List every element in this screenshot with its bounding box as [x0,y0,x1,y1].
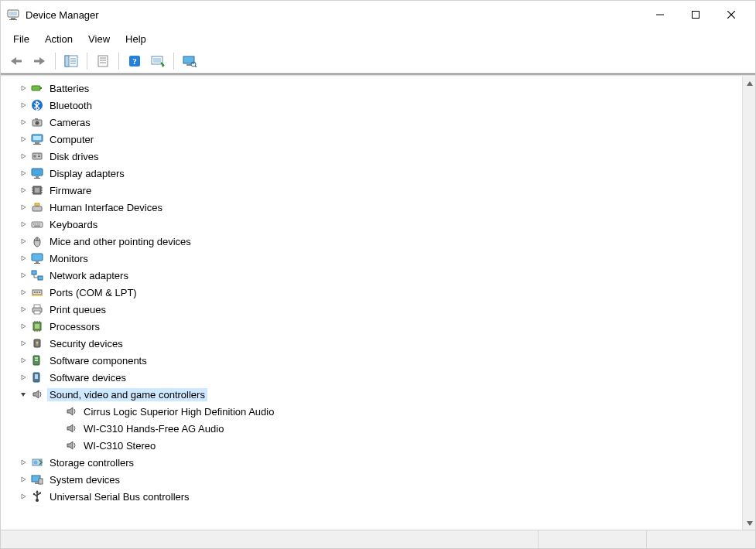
tree-node-processors[interactable]: Processors [1,318,742,335]
tree-area: BatteriesBluetoothCamerasComputerDisk dr… [1,77,755,530]
tree-node-cirrus[interactable]: Cirrus Logic Superior High Definition Au… [1,403,742,420]
tree-node-monitors[interactable]: Monitors [1,250,742,267]
tree-node-system[interactable]: System devices [1,471,742,488]
tree-node-storage[interactable]: Storage controllers [1,454,742,471]
svg-marker-42 [22,154,26,159]
expander-icon[interactable] [18,474,29,485]
properties-button[interactable] [92,52,114,70]
tree-node-mice[interactable]: Mice and other pointing devices [1,233,742,250]
bluetooth-icon [30,98,44,112]
devices-view-button[interactable] [179,52,200,70]
svg-rect-76 [32,254,43,261]
expander-icon[interactable] [18,389,29,400]
svg-rect-80 [32,271,36,274]
tree-node-batteries[interactable]: Batteries [1,80,742,97]
menu-file[interactable]: File [5,29,37,49]
expander-icon[interactable] [18,83,29,94]
expander-icon[interactable] [18,304,29,315]
help-button[interactable]: ? [124,52,145,70]
titlebar: Device Manager [1,1,755,29]
tree-node-label: WI-C310 Stereo [81,439,158,452]
expander-icon[interactable] [18,270,29,281]
expander-icon[interactable] [18,355,29,366]
svg-rect-81 [38,276,43,280]
close-button[interactable] [713,3,749,26]
expander-icon[interactable] [18,117,29,128]
tree-node-computer[interactable]: Computer [1,131,742,148]
tree-node-softdev[interactable]: Software devices [1,369,742,386]
expander-icon[interactable] [18,321,29,332]
tree-node-firmware[interactable]: Firmware [1,182,742,199]
display-icon [30,166,44,180]
tree-node-wic310hf[interactable]: WI-C310 Hands-Free AG Audio [1,420,742,437]
expander-icon[interactable] [18,100,29,111]
minimize-button[interactable] [642,3,678,26]
chip-icon [30,183,44,197]
svg-rect-8 [16,60,22,62]
expander-icon[interactable] [18,491,29,502]
svg-marker-88 [22,307,26,312]
tree-node-hid[interactable]: Human Interface Devices [1,199,742,216]
window-title: Device Manager [26,9,99,21]
expander-icon[interactable] [18,457,29,468]
expander-icon[interactable] [18,185,29,196]
svg-rect-67 [36,223,37,225]
expander-icon[interactable] [18,134,29,145]
expander-icon[interactable] [18,151,29,162]
device-tree[interactable]: BatteriesBluetoothCamerasComputerDisk dr… [1,77,742,530]
tree-node-cameras[interactable]: Cameras [1,114,742,131]
window-controls [642,3,749,26]
scroll-down-button[interactable] [743,517,755,530]
menu-help[interactable]: Help [118,29,154,49]
expander-icon[interactable] [18,236,29,247]
menu-action[interactable]: Action [37,29,80,49]
tree-node-softcomp[interactable]: Software components [1,352,742,369]
svg-rect-77 [36,261,39,263]
show-hide-tree-button[interactable] [60,52,82,70]
cpu-icon [30,319,44,333]
maximize-button[interactable] [678,3,713,26]
port-icon [30,285,44,299]
scroll-up-button[interactable] [743,77,755,90]
software-comp-icon [30,353,44,367]
expander-icon[interactable] [18,287,29,298]
scrollbar[interactable] [742,77,755,530]
expander-icon[interactable] [18,168,29,179]
svg-rect-5 [693,12,700,19]
svg-marker-47 [22,171,26,176]
menu-view[interactable]: View [80,29,118,49]
svg-rect-9 [34,60,39,62]
tree-node-bluetooth[interactable]: Bluetooth [1,97,742,114]
tree-node-usb[interactable]: Universal Serial Bus controllers [1,488,742,505]
tree-node-wic310st[interactable]: WI-C310 Stereo [1,437,742,454]
expander-icon[interactable] [18,253,29,264]
forward-button[interactable] [29,52,50,70]
expander-icon[interactable] [18,219,29,230]
back-button[interactable] [5,52,27,70]
svg-rect-94 [35,324,39,329]
svg-rect-50 [34,178,40,179]
tree-node-label: Cameras [47,116,93,129]
toolbar-separator [173,53,174,70]
svg-rect-66 [33,223,35,225]
app-icon [7,9,19,21]
scan-hardware-button[interactable] [147,52,169,70]
expander-icon[interactable] [18,202,29,213]
expander-icon[interactable] [18,338,29,349]
tree-node-sound[interactable]: Sound, video and game controllers [1,386,742,403]
statusbar [1,530,755,548]
tree-node-security[interactable]: Security devices [1,335,742,352]
svg-rect-25 [186,64,191,66]
tree-node-network[interactable]: Network adapters [1,267,742,284]
tree-node-printqueues[interactable]: Print queues [1,301,742,318]
status-cell [1,530,539,548]
tree-node-keyboards[interactable]: Keyboards [1,216,742,233]
tree-node-display[interactable]: Display adapters [1,165,742,182]
expander-icon[interactable] [18,372,29,383]
tree-node-ports[interactable]: Ports (COM & LPT) [1,284,742,301]
svg-marker-125 [36,490,39,493]
svg-rect-29 [32,86,40,90]
toolbar-separator [55,53,56,70]
tree-node-diskdrives[interactable]: Disk drives [1,148,742,165]
svg-rect-70 [34,226,40,227]
